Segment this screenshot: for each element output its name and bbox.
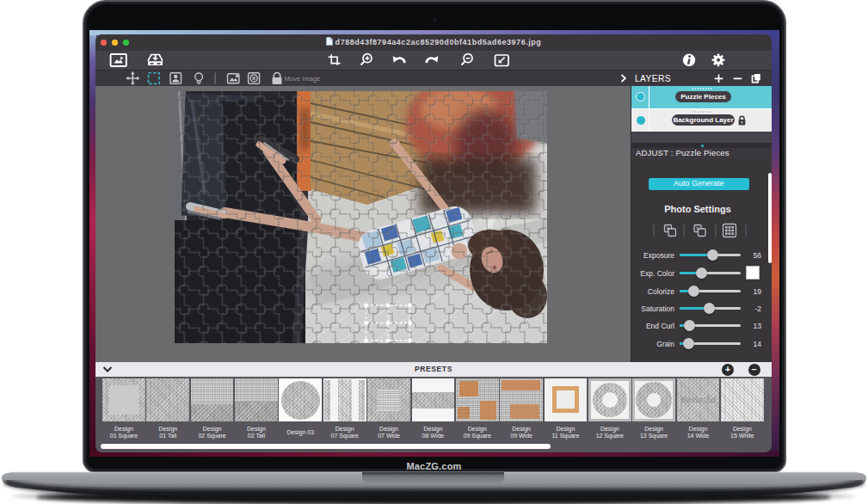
svg-text:Move Image: Move Image [285, 75, 321, 83]
svg-text:LAYERS: LAYERS [635, 73, 671, 83]
